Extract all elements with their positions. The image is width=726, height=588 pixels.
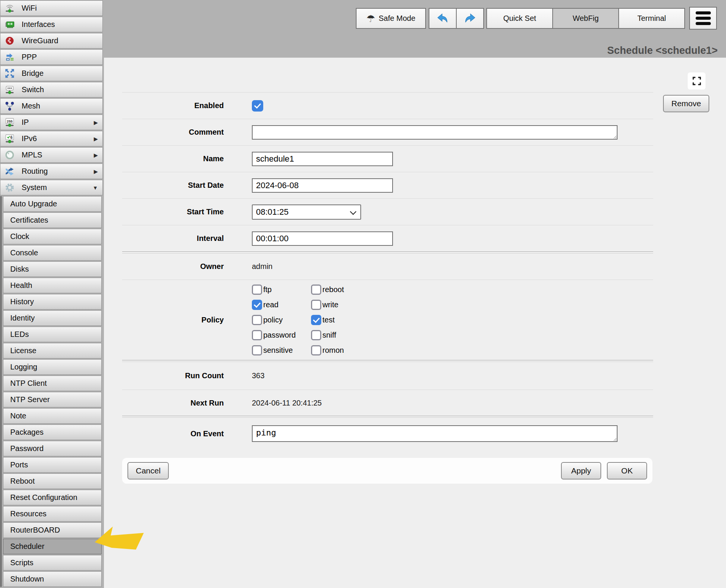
sidebar-item-system[interactable]: System ▼ bbox=[0, 180, 103, 195]
start-time-row: Start Time 08:01:25 bbox=[122, 199, 653, 225]
run-count-label: Run Count bbox=[122, 371, 224, 380]
schedule-form: Enabled Comment Name Start Date Start Ti… bbox=[122, 92, 653, 450]
sidebar-item-reset-configuration[interactable]: Reset Configuration bbox=[3, 490, 102, 505]
sniff-checkbox[interactable] bbox=[311, 330, 321, 340]
sidebar-item-ports[interactable]: Ports bbox=[3, 457, 102, 473]
sidebar-item-ip[interactable]: 255 IP ▶ bbox=[0, 115, 103, 130]
sidebar-item-ppp[interactable]: PPP bbox=[0, 49, 103, 65]
sidebar-item-console[interactable]: Console bbox=[3, 245, 102, 261]
sidebar-item-health[interactable]: Health bbox=[3, 278, 102, 293]
policy-checkbox-grid: ftp reboot read write policy bbox=[252, 285, 394, 355]
sidebar-item-certificates[interactable]: Certificates bbox=[3, 212, 102, 228]
interval-row: Interval bbox=[122, 225, 653, 252]
hamburger-menu-button[interactable] bbox=[689, 7, 717, 30]
start-date-label: Start Date bbox=[122, 181, 224, 190]
sidebar-item-auto-upgrade[interactable]: Auto Upgrade bbox=[3, 196, 102, 212]
sidebar-item-password[interactable]: Password bbox=[3, 441, 102, 456]
hamburger-icon bbox=[696, 11, 711, 14]
safe-mode-button[interactable]: ☂ Safe Mode bbox=[356, 8, 426, 29]
start-date-input[interactable] bbox=[252, 178, 393, 193]
toolbar: ☂ Safe Mode Quick Set WebFig Terminal bbox=[356, 8, 717, 30]
sidebar-item-wireguard[interactable]: WireGuard bbox=[0, 33, 103, 49]
ip-icon: 255 bbox=[4, 117, 15, 128]
interval-label: Interval bbox=[122, 234, 224, 243]
enabled-checkbox[interactable] bbox=[252, 100, 263, 112]
romon-checkbox[interactable] bbox=[311, 345, 321, 355]
remove-button[interactable]: Remove bbox=[663, 95, 709, 112]
write-checkbox[interactable] bbox=[311, 300, 321, 310]
sidebar-item-label: WireGuard bbox=[22, 36, 58, 45]
sidebar-item-shutdown[interactable]: Shutdown bbox=[3, 571, 102, 587]
sidebar-item-scripts[interactable]: Scripts bbox=[3, 555, 102, 571]
redo-button[interactable] bbox=[456, 8, 484, 29]
sidebar-item-label: Bridge bbox=[22, 69, 44, 78]
sidebar-item-history[interactable]: History bbox=[3, 294, 102, 310]
policy-item-romon: romon bbox=[311, 345, 394, 355]
comment-textarea[interactable] bbox=[252, 125, 618, 140]
sidebar-item-leds[interactable]: LEDs bbox=[3, 327, 102, 342]
tab-terminal[interactable]: Terminal bbox=[618, 8, 685, 29]
sidebar-item-logging[interactable]: Logging bbox=[3, 359, 102, 375]
sidebar-item-resources[interactable]: Resources bbox=[3, 506, 102, 522]
sidebar-item-scheduler[interactable]: Scheduler bbox=[3, 539, 102, 554]
sidebar-item-label: Mesh bbox=[22, 102, 40, 110]
sidebar-item-mesh[interactable]: Mesh bbox=[0, 98, 103, 114]
enabled-label: Enabled bbox=[122, 101, 224, 110]
sidebar-item-switch[interactable]: Switch bbox=[0, 82, 103, 97]
policy-checkbox[interactable] bbox=[252, 315, 262, 325]
test-checkbox[interactable] bbox=[311, 315, 321, 325]
policy-label: Policy bbox=[122, 316, 224, 324]
sidebar-item-ipv6[interactable]: 6 IPv6 ▶ bbox=[0, 131, 103, 146]
sidebar-item-packages[interactable]: Packages bbox=[3, 424, 102, 440]
system-submenu: Auto Upgrade Certificates Clock Console … bbox=[0, 196, 103, 587]
ok-button[interactable]: OK bbox=[607, 462, 647, 480]
fullscreen-icon bbox=[691, 76, 702, 86]
sidebar-item-reboot[interactable]: Reboot bbox=[3, 473, 102, 489]
sidebar-item-ntp-client[interactable]: NTP Client bbox=[3, 376, 102, 391]
undo-button[interactable] bbox=[429, 8, 457, 29]
password-checkbox[interactable] bbox=[252, 330, 262, 340]
start-time-select[interactable]: 08:01:25 bbox=[252, 204, 361, 220]
sidebar-item-label: IPv6 bbox=[22, 134, 37, 143]
interfaces-icon bbox=[4, 19, 15, 30]
sidebar-item-identity[interactable]: Identity bbox=[3, 310, 102, 326]
read-checkbox[interactable] bbox=[252, 300, 262, 310]
sidebar-item-interfaces[interactable]: Interfaces bbox=[0, 17, 103, 32]
name-row: Name bbox=[122, 146, 653, 172]
sidebar-item-routerboard[interactable]: RouterBOARD bbox=[3, 522, 102, 538]
sidebar-item-license[interactable]: License bbox=[3, 343, 102, 358]
tab-webfig[interactable]: WebFig bbox=[552, 8, 619, 29]
bridge-icon bbox=[4, 68, 15, 79]
undo-redo-group bbox=[429, 8, 484, 29]
routing-icon bbox=[4, 166, 15, 177]
fullscreen-button[interactable] bbox=[688, 72, 706, 90]
view-tabs: Quick Set WebFig Terminal bbox=[486, 8, 685, 29]
apply-button[interactable]: Apply bbox=[561, 462, 601, 480]
on-event-label: On Event bbox=[122, 429, 224, 438]
sensitive-checkbox[interactable] bbox=[252, 345, 262, 355]
wireguard-icon bbox=[4, 35, 15, 47]
tab-quick-set[interactable]: Quick Set bbox=[486, 8, 553, 29]
page-title: Schedule <schedule1> bbox=[607, 45, 718, 57]
sidebar-item-label: Routing bbox=[22, 167, 48, 176]
sidebar-item-label: System bbox=[22, 183, 47, 192]
sidebar-item-label: WiFi bbox=[22, 4, 37, 13]
sidebar-item-clock[interactable]: Clock bbox=[3, 229, 102, 244]
sidebar-item-ntp-server[interactable]: NTP Server bbox=[3, 392, 102, 407]
switch-icon bbox=[4, 84, 15, 96]
ftp-checkbox[interactable] bbox=[252, 285, 262, 295]
sidebar-item-mpls[interactable]: MPLS ▶ bbox=[0, 147, 103, 163]
sidebar-item-note[interactable]: Note bbox=[3, 408, 102, 424]
comment-label: Comment bbox=[122, 128, 224, 137]
sidebar-item-wifi[interactable]: WiFi bbox=[0, 0, 103, 16]
cancel-button[interactable]: Cancel bbox=[127, 462, 169, 480]
policy-item-ftp: ftp bbox=[252, 285, 311, 295]
sidebar-item-bridge[interactable]: Bridge bbox=[0, 66, 103, 81]
reboot-checkbox[interactable] bbox=[311, 285, 321, 295]
on-event-textarea[interactable]: ping bbox=[252, 425, 618, 442]
sidebar-item-disks[interactable]: Disks bbox=[3, 261, 102, 277]
sidebar-item-routing[interactable]: Routing ▶ bbox=[0, 164, 103, 179]
undo-icon bbox=[436, 12, 449, 25]
name-input[interactable] bbox=[252, 152, 393, 166]
interval-input[interactable] bbox=[252, 231, 393, 246]
